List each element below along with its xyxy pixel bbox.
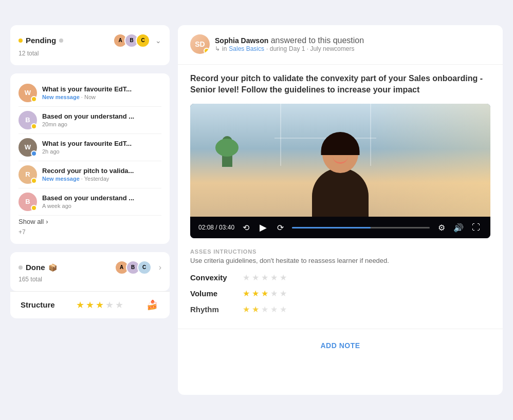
done-card: Done 📦 A B C › 165 total bbox=[10, 252, 170, 291]
cstar-5[interactable]: ★ bbox=[280, 289, 287, 298]
conversation-title: What is your favourite EdT... bbox=[42, 85, 161, 93]
conversation-info: What is your favourite EdT... 2h ago bbox=[42, 140, 161, 155]
star-3[interactable]: ★ bbox=[96, 299, 104, 311]
fullscreen-button[interactable]: ⛶ bbox=[470, 222, 482, 233]
star-5[interactable]: ★ bbox=[115, 299, 123, 311]
criteria-stars[interactable]: ★ ★ ★ ★ ★ bbox=[243, 304, 287, 314]
cstar-2[interactable]: ★ bbox=[252, 273, 259, 282]
conversation-info: Based on your understand ... A week ago bbox=[42, 194, 161, 209]
pending-collapse-button[interactable]: ⌄ bbox=[155, 36, 161, 45]
criteria-name: Volume bbox=[190, 289, 236, 298]
assessment-label: ASSES INTRUCTIONS bbox=[190, 249, 490, 255]
video-frame bbox=[190, 104, 490, 217]
volume-button[interactable]: 🔊 bbox=[451, 222, 466, 234]
cstar-2[interactable]: ★ bbox=[252, 289, 259, 298]
video-progress-bar[interactable] bbox=[292, 227, 430, 228]
conversation-title: Record your pitch to valida... bbox=[42, 167, 161, 175]
criteria-name: Rhythm bbox=[190, 305, 236, 314]
video-current-time: 02:08 / 03:40 bbox=[198, 224, 234, 231]
structure-stars[interactable]: ★ ★ ★ ★ ★ bbox=[76, 299, 123, 311]
done-label: Done bbox=[26, 263, 45, 272]
breadcrumb: ↳ in Sales Basics · during Day 1 · July … bbox=[215, 45, 364, 52]
conversation-meta: 2h ago bbox=[42, 148, 161, 155]
conversation-item[interactable]: W What is your favourite EdT... 2h ago bbox=[19, 134, 161, 161]
criteria-name: Convexity bbox=[190, 273, 236, 282]
done-expand-button[interactable]: › bbox=[159, 263, 161, 272]
avatar: W bbox=[19, 138, 37, 157]
star-2[interactable]: ★ bbox=[86, 299, 94, 311]
conversation-item[interactable]: W What is your favourite EdT... New mess… bbox=[19, 80, 161, 107]
structure-label: Structure bbox=[21, 300, 55, 309]
left-panel: Pending A B C ⌄ 12 total W bbox=[10, 25, 170, 395]
assessment-section: ASSES INTRUCTIONS Use criteria guideline… bbox=[178, 246, 503, 329]
avatar: B bbox=[19, 111, 37, 129]
cstar-4[interactable]: ★ bbox=[270, 289, 278, 298]
plus-more-count: +7 bbox=[19, 226, 161, 238]
archive-icon: 📦 bbox=[48, 263, 57, 272]
avatar: W bbox=[19, 84, 37, 102]
star-4[interactable]: ★ bbox=[105, 299, 114, 311]
cstar-5[interactable]: ★ bbox=[280, 304, 287, 314]
question-title: Record your pitch to validate the convex… bbox=[178, 65, 503, 96]
add-note-bar: ADD NOTE bbox=[178, 329, 503, 354]
conversation-meta: New message · Now bbox=[42, 94, 161, 100]
conversation-meta: New message · Yesterday bbox=[42, 176, 161, 182]
course-link[interactable]: Sales Basics bbox=[229, 45, 264, 52]
star-1[interactable]: ★ bbox=[76, 299, 84, 311]
criteria-row-convexity: Convexity ★ ★ ★ ★ ★ bbox=[190, 273, 490, 282]
cstar-2[interactable]: ★ bbox=[252, 304, 259, 314]
cstar-1[interactable]: ★ bbox=[243, 273, 250, 282]
structure-bar: Structure ★ ★ ★ ★ ★ 🍰 bbox=[10, 291, 170, 318]
conversation-meta: 20mn ago bbox=[42, 121, 161, 127]
right-panel: SD Sophia Dawson answered to this questi… bbox=[178, 25, 503, 395]
chevron-right-icon: › bbox=[46, 218, 48, 225]
conversation-item[interactable]: R Record your pitch to valida... New mes… bbox=[19, 161, 161, 188]
avatar: B bbox=[19, 193, 37, 211]
conversation-info: Record your pitch to valida... New messa… bbox=[42, 167, 161, 182]
cstar-3[interactable]: ★ bbox=[261, 304, 268, 314]
user-name: Sophia Dawson bbox=[215, 36, 268, 45]
assessment-description: Use criteria guidelines, don't hesitate … bbox=[190, 257, 490, 264]
cstar-3[interactable]: ★ bbox=[261, 273, 268, 282]
user-info: Sophia Dawson answered to this question … bbox=[215, 36, 364, 52]
show-all-link[interactable]: Show all › bbox=[19, 216, 161, 226]
pending-info-dot bbox=[59, 39, 63, 43]
criteria-stars[interactable]: ★ ★ ★ ★ ★ bbox=[243, 273, 287, 282]
pending-card: Pending A B C ⌄ 12 total bbox=[10, 25, 170, 65]
cstar-1[interactable]: ★ bbox=[243, 289, 250, 298]
user-action: answered to this question bbox=[271, 36, 364, 45]
cstar-4[interactable]: ★ bbox=[270, 273, 278, 282]
replay-button[interactable]: ⟲ bbox=[241, 222, 251, 234]
pending-dot bbox=[19, 39, 23, 43]
add-note-button[interactable]: ADD NOTE bbox=[308, 337, 372, 354]
cstar-1[interactable]: ★ bbox=[243, 304, 250, 314]
video-thumbnail bbox=[190, 104, 490, 217]
conversation-info: Based on your understand ... 20mn ago bbox=[42, 112, 161, 127]
pending-label: Pending bbox=[26, 36, 56, 45]
done-title: Done 📦 bbox=[19, 263, 57, 272]
conversation-item[interactable]: B Based on your understand ... 20mn ago bbox=[19, 107, 161, 134]
reply-icon: ↳ bbox=[215, 45, 220, 52]
conversation-title: Based on your understand ... bbox=[42, 194, 161, 202]
avatar: R bbox=[19, 165, 37, 184]
settings-button[interactable]: ⚙ bbox=[436, 222, 447, 234]
conversation-item[interactable]: B Based on your understand ... A week ag… bbox=[19, 188, 161, 216]
cstar-3[interactable]: ★ bbox=[261, 289, 268, 298]
done-right: A B C › bbox=[115, 260, 161, 275]
criteria-stars[interactable]: ★ ★ ★ ★ ★ bbox=[243, 289, 287, 298]
avatar: C bbox=[137, 260, 152, 275]
user-name-line: Sophia Dawson answered to this question bbox=[215, 36, 364, 45]
cstar-5[interactable]: ★ bbox=[280, 273, 287, 282]
forward-button[interactable]: ⟳ bbox=[275, 222, 286, 234]
conversation-meta: A week ago bbox=[42, 203, 161, 209]
video-progress-fill bbox=[292, 227, 371, 228]
video-player[interactable]: 02:08 / 03:40 ⟲ ▶ ⟳ ⚙ 🔊 ⛶ bbox=[190, 104, 490, 238]
pending-avatars: A B C bbox=[113, 33, 150, 48]
done-avatars: A B C bbox=[115, 260, 152, 275]
play-pause-button[interactable]: ▶ bbox=[258, 221, 269, 234]
video-controls: 02:08 / 03:40 ⟲ ▶ ⟳ ⚙ 🔊 ⛶ bbox=[190, 217, 490, 238]
conversation-title: Based on your understand ... bbox=[42, 112, 161, 120]
badge-icon: 🍰 bbox=[145, 298, 159, 312]
conversation-title: What is your favourite EdT... bbox=[42, 140, 161, 147]
cstar-4[interactable]: ★ bbox=[270, 304, 278, 314]
